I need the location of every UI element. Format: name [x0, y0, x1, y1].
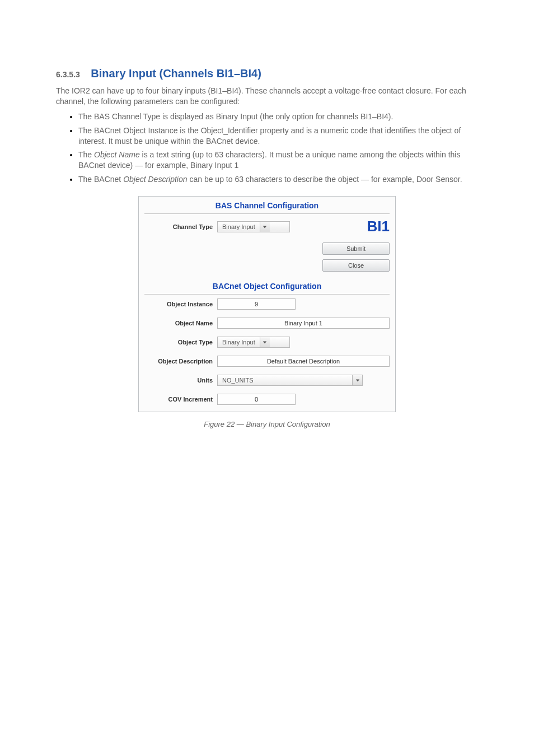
object-instance-label: Object Instance — [139, 301, 217, 307]
object-type-row: Object Type Binary Input — [139, 333, 395, 352]
units-select[interactable]: NO_UNITS — [217, 375, 363, 386]
object-description-row: Object Description Default Bacnet Descri… — [139, 352, 395, 371]
select-value: Binary Input — [218, 222, 260, 232]
close-button[interactable]: Close — [322, 259, 390, 272]
channel-type-row: Channel Type Binary Input BI1 — [139, 214, 395, 239]
channel-type-label: Channel Type — [139, 223, 217, 230]
object-name-field[interactable]: Binary Input 1 — [217, 318, 390, 329]
figure: BAS Channel Configuration Channel Type B… — [56, 196, 478, 428]
object-name-row: Object Name Binary Input 1 — [139, 314, 395, 333]
list-text-em: Object Description — [123, 175, 187, 184]
list-item: The BACnet Object Instance is the Object… — [78, 125, 478, 147]
object-instance-field[interactable]: 9 — [217, 298, 296, 310]
caption-post: Binary Input Configuration — [244, 420, 330, 428]
bullet-list: The BAS Channel Type is displayed as Bin… — [56, 111, 478, 185]
list-text-em: Object Name — [94, 150, 140, 159]
cov-increment-field[interactable]: 0 — [217, 394, 296, 405]
figure-caption: Figure 22 — Binary Input Configuration — [56, 420, 478, 428]
intro-paragraph: The IOR2 can have up to four binary inpu… — [56, 86, 478, 107]
svg-marker-2 — [355, 380, 359, 382]
list-text: The BACnet Object Instance is the Object… — [78, 126, 461, 146]
list-item: The BACnet Object Description can be up … — [78, 174, 478, 185]
object-description-label: Object Description — [139, 358, 217, 365]
button-stack: Submit Close — [139, 242, 390, 272]
chevron-down-icon — [352, 375, 362, 385]
object-type-select[interactable]: Binary Input — [217, 337, 290, 348]
section-title: Binary Input (Channels BI1–BI4) — [91, 67, 261, 80]
channel-type-select[interactable]: Binary Input — [217, 221, 290, 232]
list-text-pre: The — [78, 150, 94, 159]
units-row: Units NO_UNITS — [139, 371, 395, 390]
object-instance-row: Object Instance 9 — [139, 295, 395, 314]
list-text: The BAS Channel Type is displayed as Bin… — [78, 112, 393, 121]
caption-pre: Figure 22 — [204, 420, 237, 428]
svg-marker-0 — [263, 226, 266, 228]
chevron-down-icon — [260, 222, 270, 232]
svg-marker-1 — [263, 342, 266, 344]
cov-increment-row: COV Increment 0 — [139, 390, 395, 412]
title-prefix: Binary Input — [91, 67, 159, 80]
chevron-down-icon — [260, 337, 270, 347]
bas-config-title: BAS Channel Configuration — [139, 197, 395, 213]
list-text-pre: The BACnet — [78, 175, 123, 184]
list-item: The BAS Channel Type is displayed as Bin… — [78, 111, 478, 122]
config-panel: BAS Channel Configuration Channel Type B… — [138, 196, 396, 412]
caption-dash: — — [237, 420, 244, 428]
bacnet-config-title: BACnet Object Configuration — [139, 277, 395, 294]
units-label: Units — [139, 377, 217, 384]
list-item: The Object Name is a text string (up to … — [78, 150, 478, 171]
object-description-field[interactable]: Default Bacnet Description — [217, 356, 390, 367]
page-content: 6.3.5.3 Binary Input (Channels BI1–BI4) … — [0, 0, 534, 428]
channel-id-badge: BI1 — [367, 218, 390, 235]
submit-button[interactable]: Submit — [322, 242, 390, 255]
section-heading-line: 6.3.5.3 Binary Input (Channels BI1–BI4) — [56, 67, 478, 80]
section-number: 6.3.5.3 — [56, 70, 80, 79]
object-type-label: Object Type — [139, 339, 217, 346]
select-value: NO_UNITS — [218, 375, 352, 385]
title-channels: (Channels BI1–BI4 — [160, 67, 258, 80]
select-value: Binary Input — [218, 337, 260, 347]
title-suffix: ) — [257, 67, 261, 80]
object-name-label: Object Name — [139, 320, 217, 326]
list-text-post: can be up to 63 characters to describe t… — [188, 175, 462, 184]
cov-increment-label: COV Increment — [139, 396, 217, 403]
